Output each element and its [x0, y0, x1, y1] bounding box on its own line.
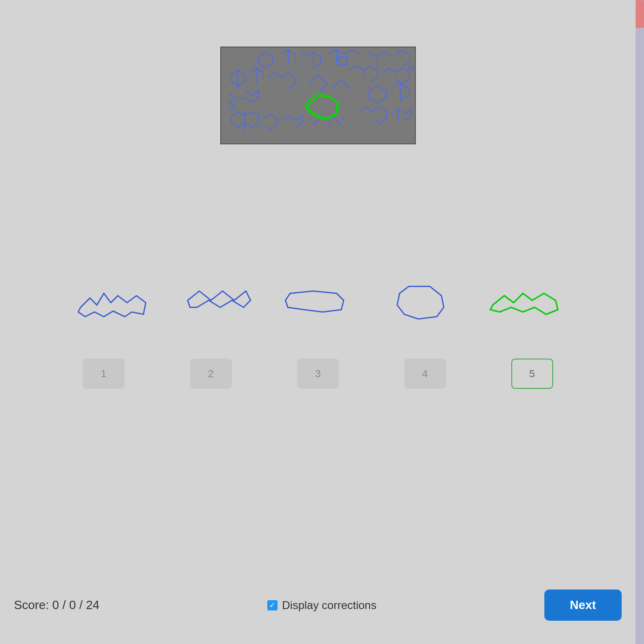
svg-marker-27 — [397, 286, 444, 319]
shape-option-3[interactable] — [276, 270, 360, 326]
svg-rect-0 — [222, 47, 414, 143]
num-btn-4[interactable]: 4 — [404, 359, 446, 389]
shape-option-4[interactable] — [379, 270, 462, 326]
num-btn-5[interactable]: 5 — [511, 359, 553, 389]
num-btn-2[interactable]: 2 — [190, 359, 232, 389]
svg-marker-24 — [78, 293, 146, 317]
map-container — [220, 47, 416, 144]
shape-option-5[interactable] — [481, 270, 565, 326]
checkbox-checkmark: ✓ — [269, 601, 275, 610]
svg-marker-28 — [490, 293, 558, 314]
num-btn-1[interactable]: 1 — [83, 359, 125, 389]
score-text: Score: 0 / 0 / 24 — [14, 598, 100, 612]
display-corrections-control: ✓ Display corrections — [267, 599, 377, 612]
main-content: 1 2 3 4 5 Score: 0 / 0 / 24 ✓ Display co… — [0, 0, 636, 644]
display-corrections-label: Display corrections — [282, 599, 377, 612]
shape-option-1[interactable] — [71, 270, 155, 326]
number-buttons: 1 2 3 4 5 — [83, 359, 553, 389]
scrollbar-thumb[interactable] — [636, 0, 644, 28]
svg-marker-25 — [188, 291, 251, 307]
display-corrections-checkbox[interactable]: ✓ — [267, 600, 278, 610]
bottom-bar: Score: 0 / 0 / 24 ✓ Display corrections … — [14, 590, 622, 621]
map-canvas — [221, 47, 415, 143]
shape-option-2[interactable] — [174, 270, 258, 326]
next-button[interactable]: Next — [544, 590, 622, 621]
scrollbar-track[interactable] — [636, 0, 644, 644]
num-btn-3[interactable]: 3 — [297, 359, 339, 389]
svg-marker-26 — [285, 291, 344, 312]
shapes-area — [0, 270, 636, 326]
